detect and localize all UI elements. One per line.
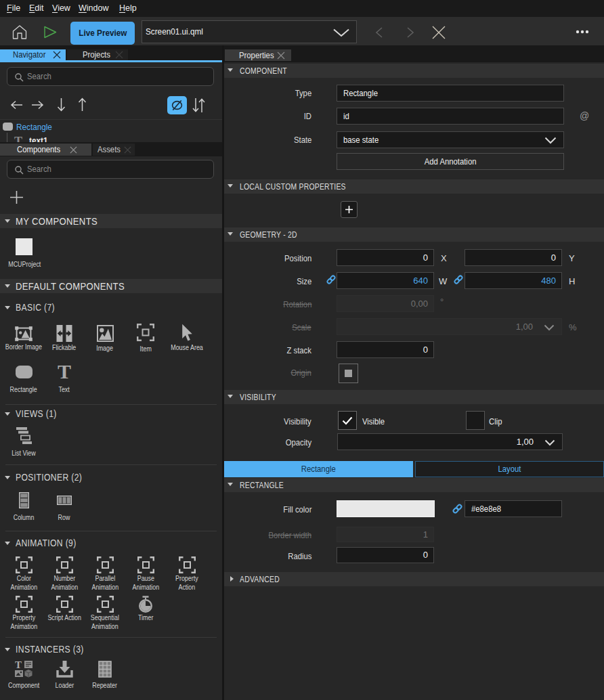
svg-text:T: T <box>15 661 22 670</box>
